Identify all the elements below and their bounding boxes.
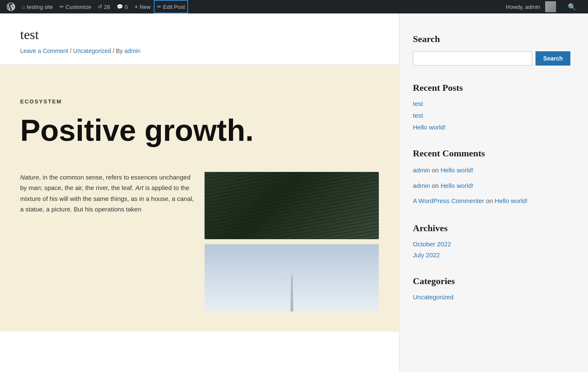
recent-post-link-1[interactable]: test [413,100,423,107]
list-item: Uncategorized [413,293,570,301]
nature-italic: Nature [20,174,39,181]
archives-widget: Archives October 2022 July 2022 [413,223,570,259]
list-item: test [413,112,570,119]
comments-count: 0 [125,4,128,10]
recent-posts-list: test test Hello world! [413,100,570,131]
list-item: October 2022 [413,240,570,248]
comment-post-link-1[interactable]: Hello world! [441,166,473,174]
revisions-count: 28 [104,4,110,10]
comments-button[interactable]: 💬 0 [113,0,131,13]
categories-widget: Categories Uncategorized [413,276,570,301]
comment-author-link-3[interactable]: A WordPress Commenter [413,197,484,204]
admin-bar: ⌂ testing site ✏ Customize ↺ 28 💬 0 + Ne… [0,0,588,13]
search-form: Search [413,51,570,66]
list-item: Hello world! [413,124,570,131]
archives-title: Archives [413,223,570,234]
page-wrapper: test Leave a Comment / Uncategorized / B… [0,13,588,372]
recent-post-link-3[interactable]: Hello world! [413,124,446,131]
category-link[interactable]: Uncategorized [73,47,111,54]
forest-image [205,172,379,239]
content-section: Nature, in the common sense, refers to e… [0,172,399,332]
archives-list: October 2022 July 2022 [413,240,570,259]
post-header: test Leave a Comment / Uncategorized / B… [0,13,399,65]
avatar [545,1,556,12]
list-item: July 2022 [413,251,570,259]
comment-post-link-2[interactable]: Hello world! [441,182,473,189]
wp-logo-button[interactable] [3,0,18,13]
content-grid: Nature, in the common sense, refers to e… [20,172,379,311]
categories-list: Uncategorized [413,293,570,301]
leave-comment-link[interactable]: Leave a Comment [20,47,68,54]
howdy-text: Howdy, admin [504,4,543,10]
site-name-button[interactable]: ⌂ testing site [18,0,56,13]
archive-link-october[interactable]: October 2022 [413,240,451,248]
on-word-2: on [432,182,441,189]
categories-title: Categories [413,276,570,287]
search-toggle-button[interactable]: 🔍 [559,0,585,13]
hero-eyebrow: ECOSYSTEM [20,98,379,105]
category-link-uncategorized[interactable]: Uncategorized [413,293,454,301]
recent-comments-title: Recent Comments [413,148,570,159]
search-input[interactable] [413,51,532,66]
content-text: Nature, in the common sense, refers to e… [20,172,194,215]
site-name-label: testing site [27,4,53,10]
list-item: test [413,100,570,108]
hero-section: ECOSYSTEM Positive growth. [0,65,399,172]
windmill-svg [279,261,304,311]
search-button[interactable]: Search [536,51,570,66]
edit-post-button[interactable]: ✏ Edit Post [154,0,188,13]
art-italic: Art [135,184,143,191]
main-content: test Leave a Comment / Uncategorized / B… [0,13,399,372]
search-widget: Search Search [413,34,570,66]
recent-post-link-2[interactable]: test [413,112,423,119]
search-icon: 🔍 [563,3,581,11]
revisions-button[interactable]: ↺ 28 [94,0,113,13]
on-word-3: on [486,197,495,204]
recent-posts-title: Recent Posts [413,82,570,93]
sidebar: Search Search Recent Posts test test Hel… [399,13,584,372]
comment-post-link-3[interactable]: Hello world! [495,197,528,204]
meta-sep2: / By [111,47,124,54]
comment-entry-1: admin on Hello world! [413,166,570,175]
svg-point-1 [290,273,293,276]
new-label: New [139,4,150,10]
customize-label: Customize [66,4,91,10]
svg-marker-0 [290,275,293,311]
windmill-image [205,244,379,311]
on-word-1: on [432,166,441,174]
hero-headline: Positive growth. [20,115,379,147]
comment-entry-3: A WordPress Commenter on Hello world! [413,196,570,206]
comment-author-link-2[interactable]: admin [413,182,430,189]
new-button[interactable]: + New [131,0,154,13]
recent-comments-widget: Recent Comments admin on Hello world! ad… [413,148,570,206]
archive-link-july[interactable]: July 2022 [413,251,440,259]
comment-author-link-1[interactable]: admin [413,166,430,174]
author-link[interactable]: admin [124,47,140,54]
post-meta: Leave a Comment / Uncategorized / By adm… [20,47,379,54]
comment-entry-2: admin on Hello world! [413,181,570,191]
post-title: test [20,27,379,42]
edit-post-label: Edit Post [163,4,185,10]
customize-button[interactable]: ✏ Customize [56,0,94,13]
content-images [205,172,379,311]
meta-sep1: / [68,47,73,54]
search-widget-title: Search [413,34,570,45]
recent-posts-widget: Recent Posts test test Hello world! [413,82,570,131]
howdy-button[interactable]: Howdy, admin [500,0,559,13]
